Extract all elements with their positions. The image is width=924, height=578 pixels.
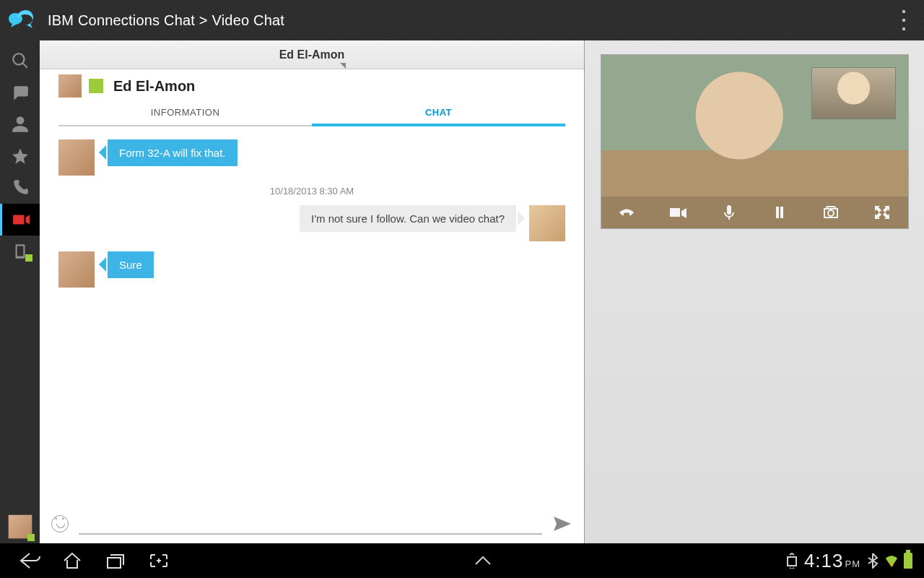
presence-indicator — [89, 79, 103, 93]
contact-header: Ed El-Amon — [40, 69, 584, 103]
fullscreen-button[interactable] — [870, 202, 894, 223]
video-main[interactable] — [601, 55, 908, 228]
message-bubble: Form 32-A will fix that. — [108, 139, 237, 166]
tab-information[interactable]: INFORMATION — [58, 103, 312, 126]
message-input-bar — [40, 507, 584, 543]
contact-name: Ed El-Amon — [113, 78, 195, 95]
status-area: 4:13PM — [785, 550, 917, 572]
app-title: IBM Connections Chat > Video Chat — [48, 12, 284, 29]
message-row: Form 32-A will fix that. — [58, 139, 565, 176]
message-bubble: I'm not sure I follow. Can we video chat… — [300, 205, 516, 232]
tab-chat[interactable]: CHAT — [312, 103, 565, 126]
sidebar-self-avatar[interactable] — [8, 514, 32, 539]
message-timestamp: 10/18/2013 8:30 AM — [58, 186, 565, 197]
send-button[interactable] — [552, 515, 572, 532]
app-bar: IBM Connections Chat > Video Chat — [0, 0, 924, 40]
video-panel — [585, 40, 924, 543]
back-button[interactable] — [7, 543, 51, 578]
sidebar-video[interactable] — [0, 204, 40, 236]
chat-tabs: INFORMATION CHAT — [58, 103, 565, 126]
hangup-button[interactable] — [614, 202, 639, 223]
sidebar — [0, 40, 40, 543]
sidebar-calls[interactable] — [0, 172, 40, 204]
sidebar-chat[interactable] — [0, 77, 40, 108]
video-controls — [601, 197, 908, 228]
sidebar-search[interactable] — [0, 45, 40, 77]
rotation-lock-icon — [785, 553, 798, 569]
bluetooth-icon — [866, 553, 879, 569]
message-avatar[interactable] — [529, 205, 565, 241]
sidebar-contacts[interactable] — [0, 108, 40, 140]
battery-icon — [904, 553, 912, 569]
contact-avatar[interactable] — [58, 74, 82, 98]
nav-expand[interactable] — [180, 554, 785, 567]
chat-tab-title: Ed El-Amon — [279, 48, 345, 61]
switch-camera-button[interactable] — [819, 202, 843, 223]
message-input[interactable] — [79, 513, 542, 535]
app-logo-icon — [9, 9, 38, 32]
pause-button[interactable] — [767, 202, 792, 223]
home-button[interactable] — [51, 543, 94, 578]
message-bubble: Sure — [108, 251, 154, 278]
mic-toggle-button[interactable] — [717, 202, 741, 223]
sidebar-device[interactable] — [0, 236, 40, 267]
screenshot-button[interactable] — [137, 543, 180, 578]
message-list: Form 32-A will fix that. 10/18/2013 8:30… — [40, 126, 584, 507]
sidebar-favorites[interactable] — [0, 140, 40, 172]
overflow-menu-icon[interactable] — [897, 7, 911, 33]
message-avatar[interactable] — [58, 139, 95, 176]
message-avatar[interactable] — [58, 251, 95, 288]
wifi-icon — [885, 553, 898, 569]
message-row: Sure — [58, 251, 565, 288]
recent-apps-button[interactable] — [94, 543, 137, 578]
camera-toggle-button[interactable] — [666, 202, 690, 223]
status-clock: 4:13PM — [804, 550, 860, 572]
android-nav-bar: 4:13PM — [0, 543, 924, 578]
chat-tab-header[interactable]: Ed El-Amon — [40, 40, 584, 69]
dropdown-arrow-icon — [340, 63, 346, 69]
emoji-picker-icon[interactable] — [51, 515, 69, 532]
message-row: I'm not sure I follow. Can we video chat… — [58, 205, 565, 241]
video-self-preview[interactable] — [812, 68, 895, 118]
chat-panel: Ed El-Amon Ed El-Amon INFORMATION CHAT F… — [40, 40, 585, 543]
